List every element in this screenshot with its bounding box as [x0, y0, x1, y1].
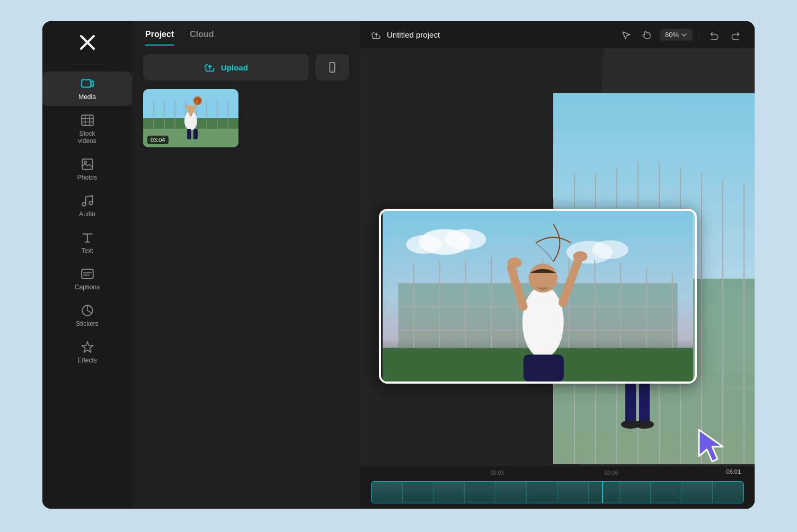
hand-tool-button[interactable]: [639, 26, 656, 43]
media-grid: 03:04: [132, 89, 360, 147]
media-panel: Project Cloud Upload: [132, 21, 360, 509]
sidebar-item-captions-label: Captions: [75, 283, 100, 291]
editor-main: Untitled project 80%: [360, 21, 755, 509]
top-bar: Untitled project 80%: [360, 21, 755, 49]
sidebar-item-text[interactable]: Text: [42, 225, 132, 260]
playhead-line: [602, 482, 603, 503]
cursor-arrow: [696, 427, 733, 466]
sidebar-item-stock-videos[interactable]: Stockvideos: [42, 108, 132, 150]
project-title-text: Untitled project: [387, 30, 440, 39]
svg-point-8: [82, 202, 86, 206]
media-duration: 03:04: [147, 136, 169, 144]
svg-rect-87: [526, 378, 539, 382]
timeline-overlay: 00:03 00:06 06:01: [360, 466, 755, 509]
svg-point-83: [507, 258, 521, 268]
svg-point-31: [193, 96, 202, 105]
project-title-area: Untitled project: [371, 30, 611, 40]
app-logo[interactable]: [76, 31, 99, 54]
time-marker-6: 00:06: [605, 470, 618, 476]
select-tool-button[interactable]: [617, 26, 634, 43]
svg-point-60: [406, 235, 442, 254]
sidebar-item-stock-videos-label: Stockvideos: [78, 130, 96, 145]
sidebar-item-effects-label: Effects: [77, 357, 96, 364]
svg-point-84: [573, 251, 587, 262]
time-marker-3: 00:03: [491, 470, 504, 476]
svg-point-62: [592, 241, 628, 259]
svg-point-59: [445, 229, 486, 250]
top-bar-right: 80%: [617, 26, 744, 43]
svg-rect-1: [82, 115, 93, 126]
tab-cloud[interactable]: Cloud: [190, 30, 214, 46]
svg-rect-6: [82, 159, 93, 170]
zoom-control[interactable]: 80%: [660, 29, 693, 41]
sidebar-item-photos-label: Photos: [77, 174, 97, 181]
svg-rect-33: [193, 129, 198, 139]
sidebar-item-stickers-label: Stickers: [76, 320, 99, 327]
svg-point-15: [332, 70, 333, 71]
svg-rect-88: [543, 378, 556, 382]
sidebar-item-captions[interactable]: Captions: [42, 262, 132, 296]
upload-label: Upload: [221, 63, 248, 72]
svg-point-79: [523, 286, 564, 358]
tab-project[interactable]: Project: [145, 30, 174, 46]
sidebar: Media Stockvideos Photos: [42, 21, 132, 509]
sidebar-item-effects[interactable]: Effects: [42, 335, 132, 369]
svg-rect-86: [523, 354, 563, 382]
panel-tabs: Project Cloud: [132, 21, 360, 46]
svg-point-56: [635, 420, 654, 429]
sidebar-item-audio-label: Audio: [79, 210, 95, 218]
sidebar-item-stickers[interactable]: Stickers: [42, 298, 132, 333]
preview-area: 00:03 00:06 06:01: [360, 49, 755, 509]
panel-actions: Upload: [132, 46, 360, 89]
app-container: Media Stockvideos Photos: [42, 21, 755, 509]
svg-rect-54: [639, 382, 650, 424]
sidebar-item-audio[interactable]: Audio: [42, 189, 132, 223]
svg-rect-10: [82, 269, 93, 278]
svg-rect-32: [187, 129, 191, 139]
upload-button[interactable]: Upload: [143, 54, 309, 81]
sidebar-divider: [72, 65, 103, 65]
timeline-track[interactable]: [371, 481, 744, 503]
sidebar-item-photos[interactable]: Photos: [42, 152, 132, 187]
svg-rect-0: [82, 79, 91, 87]
upload-to-cloud-icon: [371, 30, 382, 40]
svg-rect-14: [330, 63, 334, 72]
sidebar-item-media[interactable]: Media: [42, 72, 132, 106]
sidebar-item-text-label: Text: [81, 247, 93, 254]
svg-rect-53: [625, 382, 636, 424]
redo-button[interactable]: [727, 26, 744, 43]
mobile-button[interactable]: [315, 54, 349, 81]
zoom-level: 80%: [665, 31, 679, 39]
main-video-frame: [379, 209, 697, 384]
svg-marker-89: [699, 430, 723, 462]
playhead-time: 06:01: [723, 467, 744, 476]
undo-button[interactable]: [706, 26, 723, 43]
sidebar-item-media-label: Media: [78, 93, 96, 101]
media-thumbnail[interactable]: 03:04: [143, 89, 238, 147]
svg-point-7: [84, 161, 86, 163]
toolbar-divider: [699, 29, 699, 41]
